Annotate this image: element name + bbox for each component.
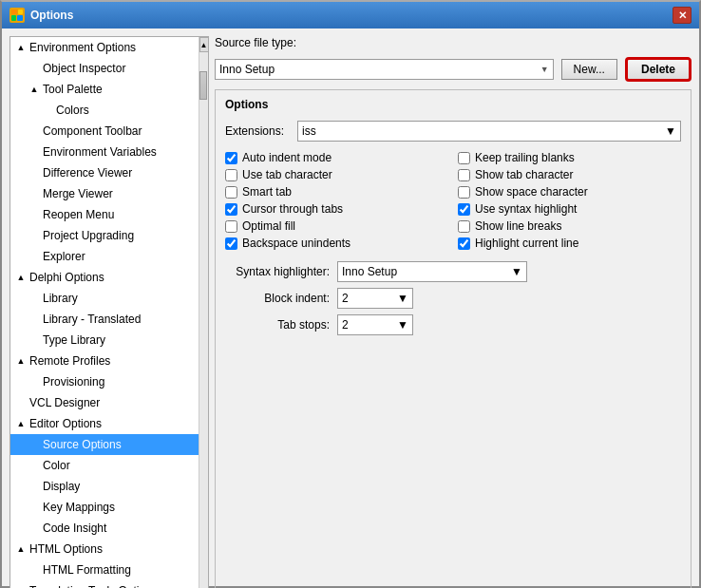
tree-item-label: Tool Palette [43, 81, 103, 98]
extensions-row: Extensions: iss ▼ [225, 121, 681, 142]
options-dialog: Options ✕ ▲ Environment Options Object I… [0, 0, 701, 588]
block-indent-combo[interactable]: 2 ▼ [337, 288, 413, 309]
tree-panel: ▲ Environment Options Object Inspector ▲… [9, 36, 209, 588]
checkbox-cursor-through[interactable] [225, 203, 237, 216]
checkbox-label-show-tab[interactable]: Show tab character [475, 168, 573, 181]
syntax-highlighter-combo[interactable]: Inno Setup ▼ [337, 261, 527, 282]
tree-expander [28, 522, 41, 535]
tree-item-label: Reopen Menu [43, 206, 114, 223]
checkbox-label-use-syntax[interactable]: Use syntax highlight [475, 202, 577, 216]
checkbox-show-tab[interactable] [458, 169, 470, 181]
tree-items: ▲ Environment Options Object Inspector ▲… [10, 37, 199, 588]
checkbox-row-show-line-breaks: Show line breaks [458, 219, 681, 233]
tree-item-label: Display [43, 478, 80, 495]
tree-item-label: Type Library [43, 332, 105, 349]
tab-stops-row: Tab stops: 2 ▼ [225, 314, 681, 335]
tree-item-component-toolbar[interactable]: Component Toolbar [10, 121, 199, 142]
tree-item-label: Library [43, 290, 78, 307]
tree-expander [28, 229, 41, 242]
tree-expander [28, 145, 41, 159]
tree-item-delphi-options[interactable]: ▲ Delphi Options [10, 267, 199, 288]
checkbox-backspace-unindents[interactable] [225, 237, 237, 250]
checkbox-smart-tab[interactable] [225, 186, 237, 199]
tree-item-color[interactable]: Color [10, 455, 199, 476]
tree-scrollbar: ▲ ▼ [199, 37, 208, 588]
window-body: ▲ Environment Options Object Inspector ▲… [2, 28, 699, 588]
checkbox-highlight-current[interactable] [458, 237, 470, 250]
tree-item-label: Colors [56, 102, 89, 119]
tree-item-object-inspector[interactable]: Object Inspector [10, 58, 199, 79]
tree-item-source-options[interactable]: Source Options [10, 434, 199, 455]
source-file-row: Source file type: [215, 36, 692, 49]
tree-item-merge-viewer[interactable]: Merge Viewer [10, 183, 199, 204]
settings-rows: Syntax highlighter: Inno Setup ▼ Block i… [225, 261, 681, 335]
block-indent-row: Block indent: 2 ▼ [225, 288, 681, 309]
delete-button[interactable]: Delete [625, 57, 692, 82]
tree-item-key-mappings[interactable]: Key Mappings [10, 497, 199, 518]
tree-item-translation-tools[interactable]: ▲ Translation Tools Options [10, 580, 199, 588]
checkbox-label-use-tab[interactable]: Use tab character [242, 168, 332, 181]
tree-item-colors[interactable]: Colors [10, 100, 199, 121]
tree-item-tool-palette[interactable]: ▲ Tool Palette [10, 79, 199, 100]
tree-item-type-library[interactable]: Type Library [10, 330, 199, 351]
close-button[interactable]: ✕ [673, 7, 692, 24]
tree-item-reopen-menu[interactable]: Reopen Menu [10, 204, 199, 225]
tab-stops-combo[interactable]: 2 ▼ [337, 314, 413, 335]
tree-expander: ▲ [28, 83, 41, 96]
checkbox-row-use-tab: Use tab character [225, 168, 448, 181]
checkbox-optimal-fill[interactable] [225, 220, 237, 233]
tree-item-label: VCL Designer [29, 394, 100, 411]
tree-item-library[interactable]: Library [10, 288, 199, 309]
tree-item-remote-profiles[interactable]: ▲ Remote Profiles [10, 351, 199, 371]
svg-rect-1 [18, 9, 23, 14]
new-button[interactable]: New... [561, 59, 617, 80]
checkbox-label-backspace-unindents[interactable]: Backspace unindents [242, 237, 350, 250]
checkbox-row-optimal-fill: Optimal fill [225, 219, 448, 233]
checkbox-label-show-line-breaks[interactable]: Show line breaks [475, 219, 561, 233]
checkbox-keep-trailing[interactable] [458, 152, 470, 164]
extensions-combo[interactable]: iss ▼ [297, 121, 681, 142]
checkbox-row-smart-tab: Smart tab [225, 185, 448, 199]
checkbox-label-optimal-fill[interactable]: Optimal fill [242, 219, 295, 233]
source-file-type-combo[interactable]: Inno Setup ▼ [215, 59, 554, 80]
checkbox-use-tab[interactable] [225, 169, 237, 181]
checkbox-label-keep-trailing[interactable]: Keep trailing blanks [475, 151, 575, 164]
checkbox-label-highlight-current[interactable]: Highlight current line [475, 237, 578, 250]
tree-item-difference-viewer[interactable]: Difference Viewer [10, 162, 199, 183]
checkbox-label-show-space[interactable]: Show space character [475, 185, 588, 199]
tree-item-html-formatting[interactable]: HTML Formatting [10, 560, 199, 580]
checkbox-use-syntax[interactable] [458, 203, 470, 216]
tree-item-explorer[interactable]: Explorer [10, 246, 199, 267]
tree-item-editor-options[interactable]: ▲ Editor Options [10, 413, 199, 434]
tree-expander: ▲ [14, 584, 28, 588]
tree-item-environment-variables[interactable]: Environment Variables [10, 142, 199, 162]
tree-item-display[interactable]: Display [10, 476, 199, 497]
tree-expander [28, 62, 41, 75]
tree-expander: ▲ [14, 271, 28, 284]
block-indent-label: Block indent: [225, 292, 330, 305]
scroll-thumb[interactable] [199, 71, 207, 100]
scroll-track [199, 52, 209, 588]
scroll-up[interactable]: ▲ [199, 37, 209, 52]
tree-item-code-insight[interactable]: Code Insight [10, 518, 199, 539]
tree-item-html-options[interactable]: ▲ HTML Options [10, 539, 199, 560]
checkbox-label-cursor-through[interactable]: Cursor through tabs [242, 202, 343, 216]
tree-item-label: Environment Variables [43, 143, 157, 161]
tree-item-library-translated[interactable]: Library - Translated [10, 309, 199, 330]
tree-expander [28, 166, 41, 180]
tree-item-provisioning[interactable]: Provisioning [10, 371, 199, 392]
tree-item-project-upgrading[interactable]: Project Upgrading [10, 225, 199, 246]
tree-item-vcl-designer[interactable]: VCL Designer [10, 392, 199, 413]
checkbox-row-highlight-current: Highlight current line [458, 237, 681, 250]
tree-item-env-options[interactable]: ▲ Environment Options [10, 37, 199, 58]
checkbox-show-space[interactable] [458, 186, 470, 199]
tree-item-label: Environment Options [29, 39, 136, 56]
checkbox-label-smart-tab[interactable]: Smart tab [242, 185, 292, 199]
checkbox-show-line-breaks[interactable] [458, 220, 470, 233]
checkbox-auto-indent[interactable] [225, 152, 237, 164]
tree-item-label: Difference Viewer [43, 164, 132, 181]
block-indent-value: 2 [342, 292, 349, 305]
tab-stops-value: 2 [342, 318, 349, 332]
tree-expander: ▲ [14, 354, 28, 368]
checkbox-label-auto-indent[interactable]: Auto indent mode [242, 151, 332, 164]
